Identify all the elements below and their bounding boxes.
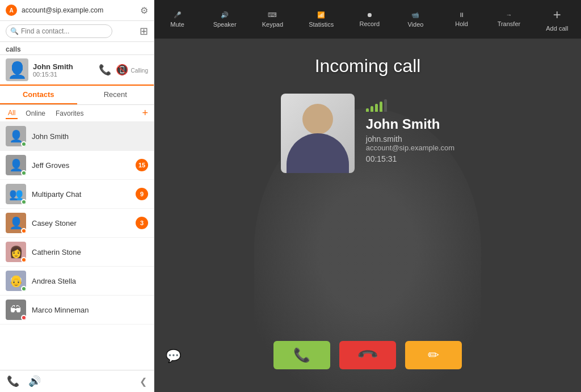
avatar: 🕶 (6, 300, 26, 320)
status-dot (21, 170, 26, 175)
collapse-icon[interactable]: ❮ (140, 376, 147, 387)
filter-online[interactable]: Online (23, 108, 48, 119)
avatar: 👩 (6, 242, 26, 262)
add-filter-button[interactable]: + (142, 107, 148, 119)
contact-name: Casey Stoner (32, 219, 136, 227)
hold-button[interactable]: ⏸ Hold (445, 9, 479, 29)
contact-name: Multiparty Chat (32, 190, 136, 199)
incoming-call-label: Incoming call (315, 56, 421, 77)
bar-1 (366, 108, 369, 112)
add-call-button[interactable]: + Add call (539, 5, 575, 34)
decline-icon: 📞 (356, 343, 379, 366)
badge: 3 (136, 217, 148, 229)
avatar: 👥 (6, 184, 26, 204)
call-decline-icon[interactable]: 📵 (116, 64, 128, 76)
list-item[interactable]: 🕶 Marco Minneman (0, 296, 154, 324)
avatar: 👤 (6, 126, 26, 146)
search-icon: 🔍 (10, 27, 19, 35)
call-content: Incoming call John Smith john.smith (154, 39, 581, 392)
caller-body (287, 133, 349, 173)
calling-label: Calling (130, 68, 148, 74)
caller-account: account@sip.example.com (366, 144, 454, 152)
sidebar-footer: 📞 🔊 ❮ (0, 370, 154, 392)
list-item[interactable]: 👴 Andrea Stella (0, 267, 154, 296)
list-item[interactable]: 👩 Catherin Stone (0, 238, 154, 267)
mute-icon: 🎤 (174, 11, 182, 19)
record-button[interactable]: ⏺ Record (352, 9, 386, 29)
decline-call-button[interactable]: 📞 (339, 341, 396, 369)
toolbar: 🎤 Mute 🔊 Speaker ⌨ Keypad 📶 Statistics ⏺… (154, 0, 581, 39)
active-call-avatar: 👤 (6, 58, 28, 81)
status-dot (21, 315, 26, 320)
badge: 15 (136, 159, 148, 171)
status-dot (21, 286, 26, 291)
grid-icon[interactable]: ⊞ (140, 25, 148, 37)
calls-section-label: calls (0, 42, 154, 55)
contact-name: Catherin Stone (32, 248, 148, 256)
accept-call-button[interactable]: 📞 (273, 341, 330, 369)
avatar: 👴 (6, 271, 26, 291)
bar-3 (375, 104, 378, 112)
active-call-info: John Smith 00:15:31 (33, 62, 99, 78)
phone-icon[interactable]: 📞 (7, 375, 19, 387)
active-call-item[interactable]: 👤 John Smith 00:15:31 📞 📵 Calling (0, 55, 154, 86)
search-input[interactable] (6, 24, 112, 38)
mute-button[interactable]: 🎤 Mute (161, 9, 195, 30)
filter-favorites[interactable]: Favorites (53, 108, 86, 119)
list-item[interactable]: 👤 Casey Stoner 3 (0, 209, 154, 238)
speaker-button[interactable]: 🔊 Speaker (207, 9, 243, 30)
video-icon: 📹 (411, 11, 419, 19)
gear-icon[interactable]: ⚙ (140, 5, 148, 16)
active-call-duration: 00:15:31 (33, 71, 99, 78)
caller-sip: john.smith (366, 134, 454, 144)
search-bar: 🔍 ⊞ (0, 21, 154, 42)
bar-2 (371, 106, 373, 112)
keypad-icon: ⌨ (268, 11, 277, 19)
contact-name: John Smith (32, 132, 148, 141)
chat-icon[interactable]: 💬 (166, 349, 181, 364)
caller-details: John Smith john.smith account@sip.exampl… (366, 94, 454, 163)
list-item[interactable]: 👥 Multiparty Chat 9 (0, 180, 154, 209)
caller-head (302, 104, 333, 134)
bar-5 (384, 99, 387, 112)
tab-contacts[interactable]: Contacts (0, 86, 77, 104)
tab-recent[interactable]: Recent (77, 86, 154, 104)
sidebar-header: A account@sip.example.com ⚙ (0, 0, 154, 21)
call-accept-icon[interactable]: 📞 (99, 64, 111, 76)
mute-call-button[interactable]: ✏ (405, 341, 462, 369)
contact-name: Jeff Groves (32, 161, 136, 170)
sidebar: A account@sip.example.com ⚙ 🔍 ⊞ calls 👤 … (0, 0, 154, 392)
status-dot (21, 141, 26, 146)
accept-icon: 📞 (293, 347, 310, 363)
badge: 9 (136, 188, 148, 200)
account-icon: A (6, 5, 17, 16)
status-dot (21, 199, 26, 204)
transfer-button[interactable]: → Transfer (491, 9, 528, 29)
filter-row: All Online Favorites + (0, 105, 154, 122)
list-item[interactable]: 👤 John Smith (0, 122, 154, 151)
filter-all[interactable]: All (6, 108, 18, 119)
bar-4 (380, 102, 382, 112)
speaker-icon[interactable]: 🔊 (28, 375, 41, 387)
caller-name: John Smith (366, 116, 454, 132)
active-call-name: John Smith (33, 62, 99, 71)
avatar: 👤 (6, 213, 26, 233)
video-button[interactable]: 📹 Video (398, 9, 432, 30)
avatar: 👤 (6, 155, 26, 175)
speaker-icon: 🔊 (221, 11, 229, 19)
status-dot (21, 257, 26, 262)
add-call-icon: + (553, 7, 561, 23)
main-area: 🎤 Mute 🔊 Speaker ⌨ Keypad 📶 Statistics ⏺… (154, 0, 581, 392)
mute-call-icon: ✏ (428, 347, 439, 363)
signal-bars (366, 99, 454, 112)
contact-name: Marco Minneman (32, 306, 148, 314)
keypad-button[interactable]: ⌨ Keypad (255, 9, 290, 30)
statistics-button[interactable]: 📶 Statistics (302, 9, 340, 30)
statistics-icon: 📶 (317, 11, 325, 19)
contact-name: Andrea Stella (32, 277, 148, 285)
list-item[interactable]: 👤 Jeff Groves 15 (0, 151, 154, 180)
action-buttons: 📞 📞 ✏ (273, 341, 462, 369)
transfer-icon: → (506, 11, 512, 18)
record-icon: ⏺ (367, 11, 373, 18)
caller-info-box: John Smith john.smith account@sip.exampl… (281, 94, 454, 173)
